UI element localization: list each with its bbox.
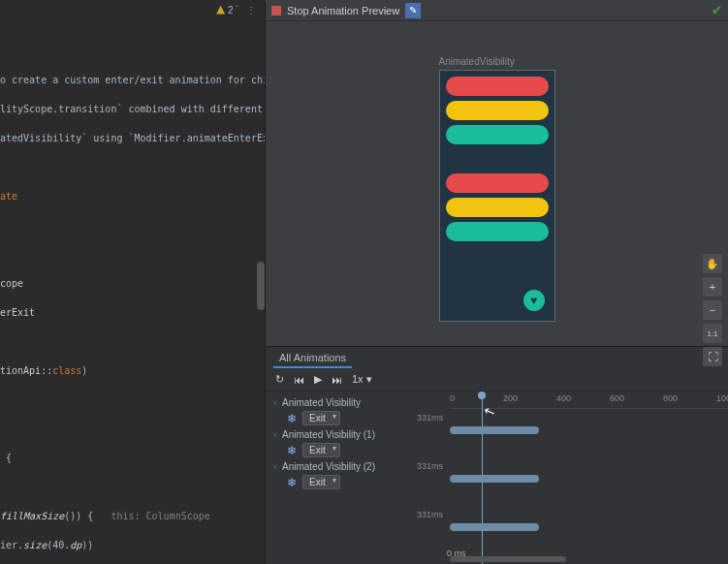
play-button[interactable]: ▶ (314, 373, 322, 386)
right-pane: Stop Animation Preview ✎ ✔ AnimatedVisib… (266, 0, 728, 564)
visibility-bar (446, 101, 549, 120)
frame-title: AnimatedVisibility (439, 56, 555, 67)
loop-button[interactable]: ↻ (275, 373, 284, 386)
edit-icon[interactable]: ✎ (405, 3, 421, 18)
heart-icon: ♥ (530, 294, 537, 307)
go-start-button[interactable]: ⏮ (294, 374, 304, 386)
visibility-bar (446, 246, 549, 266)
track-bar[interactable] (450, 475, 539, 483)
visibility-bar (446, 173, 549, 193)
zoom-fit-button[interactable]: 1:1 (703, 324, 722, 343)
state-selector[interactable]: Exit (302, 443, 340, 457)
ruler-tick: 600 (610, 393, 624, 403)
editor-inspection-bar: 2 ˇ ⋮ (0, 0, 265, 19)
stop-icon[interactable] (271, 6, 281, 16)
timeline-track: 331ms (450, 457, 728, 506)
state-selector[interactable]: Exit (302, 411, 340, 425)
code-area[interactable]: o create a custom enter/exit animation f… (0, 19, 265, 564)
timeline-track: 331ms (450, 409, 728, 457)
track-bar[interactable] (450, 523, 539, 531)
visibility-bar (446, 125, 549, 144)
freeze-icon[interactable]: ❄ (287, 412, 297, 425)
visibility-bar (446, 198, 549, 217)
tab-all-animations[interactable]: All Animations (273, 349, 352, 368)
more-icon[interactable]: ⋮ (246, 5, 257, 16)
freeze-icon[interactable]: ❄ (287, 476, 297, 489)
ruler-tick: 800 (663, 393, 678, 403)
zoom-in-button[interactable]: + (703, 277, 722, 297)
warning-icon (216, 6, 225, 15)
timeline[interactable]: 02004006008001000 ↖ 331ms331ms331ms 0 ms (450, 392, 728, 564)
status-ok-icon: ✔ (712, 3, 722, 17)
duration-label: 331ms (417, 510, 443, 519)
go-end-button[interactable]: ⏭ (332, 374, 342, 386)
chevron-right-icon[interactable]: › (273, 462, 276, 472)
animation-item: ›Animated Visibility (1)❄Exit (273, 429, 442, 457)
animation-item-name[interactable]: Animated Visibility (282, 397, 361, 408)
zoom-out-button[interactable]: − (703, 300, 722, 320)
state-selector[interactable]: Exit (302, 475, 340, 489)
ruler-tick: 200 (503, 393, 518, 403)
preview-tools: ✋ + − 1:1 ⛶ (703, 254, 722, 366)
pan-tool[interactable]: ✋ (703, 254, 722, 273)
device-surface: ♥ (439, 70, 555, 322)
animation-controls: ↻ ⏮ ▶ ⏭ 1x ▾ (266, 368, 728, 392)
preview-toolbar-label[interactable]: Stop Animation Preview (287, 5, 399, 16)
warning-count: 2 (228, 5, 234, 16)
caret-down-icon: ˇ (236, 5, 238, 16)
expand-button[interactable]: ⛶ (703, 347, 722, 366)
animation-tabs: All Animations (266, 347, 728, 368)
visibility-bar (446, 149, 549, 169)
ruler-tick: 0 (450, 393, 455, 403)
animation-item-name[interactable]: Animated Visibility (1) (282, 429, 375, 440)
code-editor-pane[interactable]: 2 ˇ ⋮ o create a custom enter/exit anima… (0, 0, 266, 564)
timeline-scrollbar[interactable] (450, 556, 566, 562)
duration-label: 331ms (417, 461, 443, 471)
chevron-right-icon[interactable]: › (273, 430, 276, 440)
timeline-track: 331ms (450, 506, 728, 554)
animation-panel: All Animations ↻ ⏮ ▶ ⏭ 1x ▾ ›Animated Vi… (266, 346, 728, 564)
duration-label: 331ms (417, 413, 443, 423)
chevron-right-icon[interactable]: › (273, 398, 276, 408)
visibility-bar (446, 222, 549, 241)
track-bar[interactable] (450, 426, 539, 434)
preview-frame: AnimatedVisibility ♥ (439, 56, 555, 346)
animation-body: ›Animated Visibility❄Exit›Animated Visib… (266, 392, 728, 564)
ruler-tick: 400 (556, 393, 571, 403)
preview-canvas[interactable]: AnimatedVisibility ♥ ✋ + − 1:1 ⛶ (266, 21, 728, 346)
visibility-bar (446, 77, 549, 96)
fab-button[interactable]: ♥ (523, 290, 545, 311)
speed-selector[interactable]: 1x ▾ (352, 373, 372, 386)
editor-scrollbar[interactable] (257, 262, 265, 310)
animation-item-name[interactable]: Animated Visibility (2) (282, 461, 375, 472)
freeze-icon[interactable]: ❄ (287, 444, 297, 457)
preview-toolbar: Stop Animation Preview ✎ ✔ (266, 0, 728, 21)
ruler-tick: 1000 (716, 393, 728, 403)
